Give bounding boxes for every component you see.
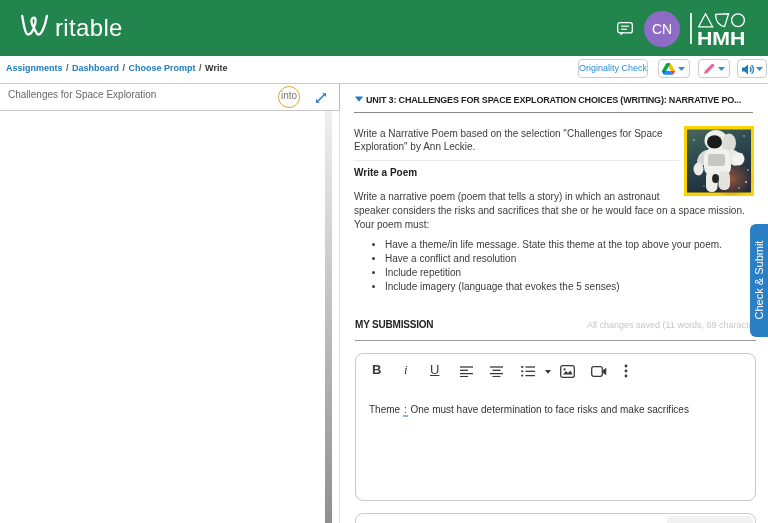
svg-text:ritable: ritable	[55, 14, 123, 41]
